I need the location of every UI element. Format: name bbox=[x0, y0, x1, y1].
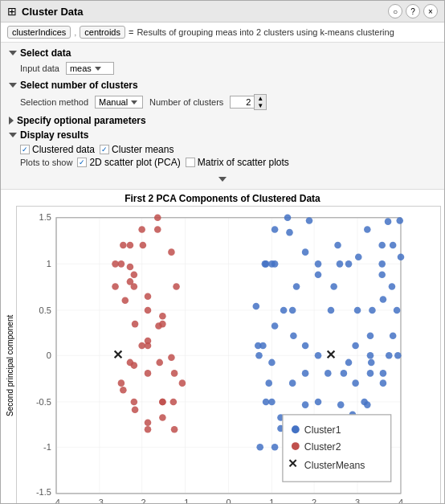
svg-point-56 bbox=[389, 283, 396, 290]
matrix-label: Matrix of scatter plots bbox=[198, 157, 289, 168]
close-button[interactable]: × bbox=[423, 4, 438, 18]
svg-text:-0.5: -0.5 bbox=[36, 397, 51, 407]
svg-point-75 bbox=[315, 399, 322, 406]
output-equals: = bbox=[129, 27, 133, 37]
num-clusters-input[interactable]: 2 bbox=[230, 96, 254, 109]
window-icon: ⊞ bbox=[7, 5, 17, 18]
svg-point-152 bbox=[131, 272, 138, 279]
svg-point-162 bbox=[292, 425, 300, 433]
display-results-header[interactable]: Display results bbox=[9, 129, 436, 141]
pca-checkbox-item[interactable]: ✓ 2D scatter plot (PCA) bbox=[77, 157, 180, 168]
optional-params-label: Specify optional parameters bbox=[17, 115, 146, 126]
svg-text:-1: -1 bbox=[43, 442, 51, 452]
svg-point-77 bbox=[289, 307, 296, 314]
svg-point-111 bbox=[286, 229, 293, 236]
svg-point-42 bbox=[268, 359, 276, 367]
svg-point-135 bbox=[127, 264, 134, 271]
select-clusters-content: Selection method Manual Number of cluste… bbox=[9, 94, 436, 110]
method-value: Manual bbox=[99, 97, 128, 107]
svg-point-113 bbox=[315, 260, 322, 268]
pca-cb[interactable]: ✓ bbox=[77, 158, 87, 167]
svg-point-123 bbox=[138, 342, 145, 350]
checkboxes-row1: ✓ Clustered data ✓ Cluster means bbox=[20, 144, 436, 155]
help-button[interactable]: ? bbox=[406, 4, 420, 18]
svg-point-108 bbox=[253, 303, 260, 310]
optional-params-header[interactable]: Specify optional parameters bbox=[9, 115, 436, 126]
svg-point-94 bbox=[367, 352, 374, 359]
svg-point-156 bbox=[145, 370, 152, 377]
num-clusters-spinner[interactable]: ▲ ▼ bbox=[254, 94, 267, 110]
svg-point-148 bbox=[179, 379, 186, 387]
clustered-data-checkbox-item[interactable]: ✓ Clustered data bbox=[20, 144, 95, 155]
svg-point-98 bbox=[394, 307, 401, 314]
svg-point-39 bbox=[280, 307, 288, 314]
svg-point-115 bbox=[345, 260, 353, 268]
svg-point-70 bbox=[378, 242, 386, 249]
svg-point-92 bbox=[325, 370, 332, 377]
select-data-header[interactable]: Select data bbox=[9, 47, 436, 59]
select-clusters-header[interactable]: Select number of clusters bbox=[9, 80, 436, 91]
svg-point-95 bbox=[378, 272, 386, 279]
svg-point-134 bbox=[112, 283, 119, 290]
svg-point-72 bbox=[367, 370, 374, 377]
matrix-checkbox-item[interactable]: ✓ Matrix of scatter plots bbox=[186, 157, 289, 168]
svg-point-121 bbox=[145, 307, 152, 314]
svg-point-100 bbox=[380, 379, 387, 387]
num-clusters-input-group: 2 ▲ ▼ bbox=[230, 94, 267, 110]
svg-point-138 bbox=[168, 248, 175, 256]
svg-text:-1: -1 bbox=[182, 498, 190, 503]
svg-point-117 bbox=[138, 226, 145, 233]
svg-point-65 bbox=[293, 283, 300, 290]
clustered-data-cb[interactable]: ✓ bbox=[20, 145, 30, 154]
svg-point-64 bbox=[271, 444, 279, 451]
svg-point-88 bbox=[265, 379, 272, 387]
svg-point-53 bbox=[378, 260, 386, 268]
svg-point-127 bbox=[145, 419, 152, 426]
svg-point-119 bbox=[118, 260, 125, 268]
svg-point-112 bbox=[302, 248, 309, 256]
spinner-up[interactable]: ▲ bbox=[255, 95, 266, 102]
svg-point-68 bbox=[355, 253, 362, 260]
svg-point-49 bbox=[328, 307, 335, 314]
spinner-down[interactable]: ▼ bbox=[255, 102, 266, 109]
svg-text:✕: ✕ bbox=[325, 348, 336, 362]
svg-text:-3: -3 bbox=[96, 498, 104, 503]
input-data-select[interactable]: meas bbox=[66, 62, 114, 75]
svg-text:1.5: 1.5 bbox=[39, 212, 51, 222]
svg-point-38 bbox=[271, 260, 279, 268]
circle-button[interactable]: ○ bbox=[388, 4, 402, 18]
select-clusters-triangle bbox=[9, 83, 17, 88]
pca-label: 2D scatter plot (PCA) bbox=[89, 157, 180, 168]
chart-and-x: 1.5 1 0.5 0 -0.5 -1 -1.5 -4 -3 -2 -1 0 1 bbox=[16, 206, 441, 503]
svg-point-157 bbox=[159, 399, 166, 406]
svg-point-139 bbox=[173, 283, 180, 290]
svg-text:✕: ✕ bbox=[288, 457, 298, 470]
svg-point-78 bbox=[352, 342, 359, 350]
svg-text:-1.5: -1.5 bbox=[36, 487, 51, 497]
matrix-cb[interactable]: ✓ bbox=[186, 158, 195, 167]
svg-point-43 bbox=[289, 379, 296, 387]
svg-point-110 bbox=[271, 226, 279, 233]
display-results-content: ✓ Clustered data ✓ Cluster means Plots t… bbox=[9, 144, 436, 168]
title-bar-left: ⊞ Cluster Data bbox=[7, 5, 84, 18]
display-results-label: Display results bbox=[20, 129, 88, 141]
svg-point-136 bbox=[140, 242, 147, 249]
method-select[interactable]: Manual bbox=[95, 96, 143, 109]
input-data-row: Input data meas bbox=[20, 62, 436, 75]
svg-point-67 bbox=[334, 242, 341, 249]
title-bar-right: ○ ? × bbox=[388, 4, 438, 18]
cluster-means-cb[interactable]: ✓ bbox=[100, 145, 109, 154]
select-data-label: Select data bbox=[20, 47, 71, 59]
svg-point-97 bbox=[398, 253, 405, 260]
svg-text:ClusterMeans: ClusterMeans bbox=[304, 460, 365, 471]
svg-point-143 bbox=[120, 387, 127, 394]
svg-point-45 bbox=[302, 370, 309, 377]
svg-point-93 bbox=[345, 359, 353, 367]
svg-point-158 bbox=[171, 426, 178, 433]
svg-point-59 bbox=[337, 401, 345, 408]
cluster-means-checkbox-item[interactable]: ✓ Cluster means bbox=[100, 144, 174, 155]
svg-text:3: 3 bbox=[355, 498, 360, 503]
svg-text:0: 0 bbox=[226, 498, 231, 503]
svg-point-147 bbox=[170, 399, 178, 406]
window-title: Cluster Data bbox=[22, 6, 84, 18]
